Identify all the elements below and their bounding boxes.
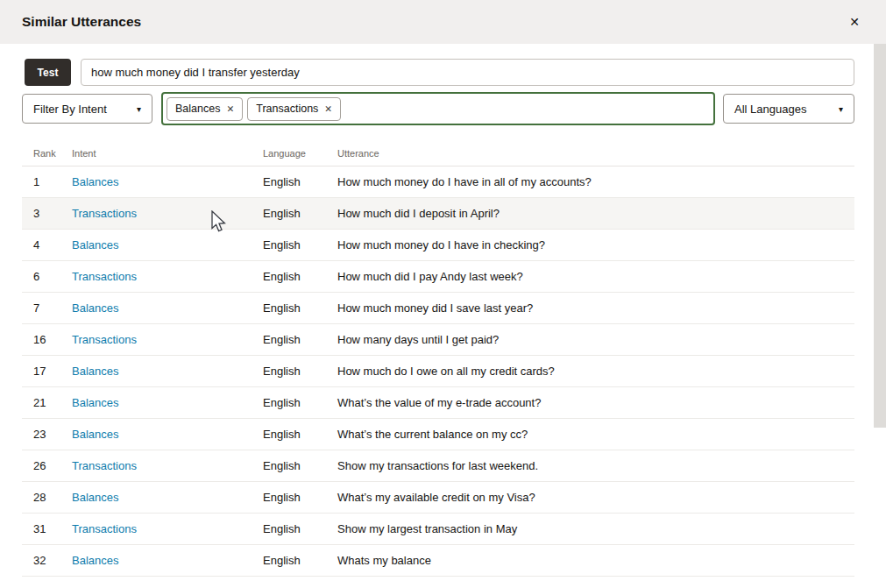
table-row[interactable]: 3TransactionsEnglishHow much did I depos… — [22, 198, 854, 230]
chevron-down-icon: ▾ — [839, 104, 843, 114]
language-cell: English — [263, 522, 337, 535]
column-header-rank: Rank — [22, 148, 72, 159]
intent-link[interactable]: Balances — [72, 396, 118, 409]
rank-cell: 28 — [22, 491, 72, 504]
utterance-cell: How much did I pay Andy last week? — [337, 270, 854, 283]
utterance-cell: How much money do I have in all of my ac… — [337, 175, 854, 188]
intent-link[interactable]: Balances — [72, 428, 118, 441]
utterance-cell: How much money did I save last year? — [337, 301, 854, 315]
language-cell: English — [263, 238, 337, 251]
intent-link[interactable]: Balances — [72, 365, 118, 378]
language-cell: English — [263, 491, 337, 504]
intent-link[interactable]: Transactions — [72, 522, 137, 535]
rank-cell: 1 — [22, 175, 72, 188]
rank-cell: 6 — [22, 270, 72, 283]
table-row[interactable]: 28BalancesEnglishWhat’s my available cre… — [22, 482, 854, 514]
intent-chip[interactable]: Balances✕ — [167, 97, 243, 121]
language-cell: English — [263, 396, 337, 409]
intent-filter-select[interactable]: Filter By Intent ▾ — [22, 94, 152, 124]
utterance-test-input[interactable] — [81, 59, 854, 86]
chip-remove-icon[interactable]: ✕ — [226, 103, 234, 114]
utterance-cell: How much do I owe on all my credit cards… — [337, 365, 854, 378]
table-row[interactable]: 1BalancesEnglishHow much money do I have… — [22, 166, 854, 198]
language-filter-label: All Languages — [734, 103, 806, 116]
language-filter-select[interactable]: All Languages ▾ — [723, 94, 854, 124]
rank-cell: 32 — [22, 554, 72, 567]
table-row[interactable]: 32BalancesEnglishWhats my balance — [22, 545, 854, 577]
rank-cell: 4 — [22, 238, 72, 251]
rank-cell: 3 — [22, 207, 72, 220]
rank-cell: 17 — [22, 365, 72, 378]
intent-chips-box[interactable]: Balances✕Transactions✕ — [161, 92, 715, 125]
column-header-utterance: Utterance — [337, 148, 854, 159]
intent-link[interactable]: Transactions — [72, 459, 137, 472]
intent-link[interactable]: Balances — [72, 301, 118, 315]
utterance-cell: How much money do I have in checking? — [337, 238, 854, 251]
intent-chip-label: Balances — [175, 103, 220, 115]
table-row[interactable]: 4BalancesEnglishHow much money do I have… — [22, 230, 854, 261]
test-button[interactable]: Test — [25, 59, 71, 86]
intent-chip[interactable]: Transactions✕ — [247, 97, 341, 121]
utterance-cell: What’s my available credit on my Visa? — [337, 491, 854, 504]
utterance-cell: Show my transactions for last weekend. — [337, 459, 854, 472]
rank-cell: 16 — [22, 333, 72, 346]
language-cell: English — [263, 333, 337, 346]
intent-filter-label: Filter By Intent — [33, 103, 107, 116]
dialog-header: Similar Utterances ✕ — [0, 0, 886, 44]
language-cell: English — [263, 270, 337, 283]
rank-cell: 26 — [22, 459, 72, 472]
language-cell: English — [263, 428, 337, 441]
table-row[interactable]: 26TransactionsEnglishShow my transaction… — [22, 450, 854, 482]
table-row[interactable]: 16TransactionsEnglishHow many days until… — [22, 324, 854, 356]
table-row[interactable]: 21BalancesEnglishWhat’s the value of my … — [22, 387, 854, 419]
vertical-scrollbar[interactable] — [874, 44, 886, 428]
column-header-language: Language — [263, 148, 337, 159]
language-cell: English — [263, 365, 337, 378]
utterance-cell: What’s the value of my e-trade account? — [337, 396, 854, 409]
close-icon: ✕ — [849, 15, 860, 29]
rank-cell: 7 — [22, 301, 72, 315]
utterance-cell: Whats my balance — [337, 554, 854, 567]
rank-cell: 23 — [22, 428, 72, 441]
utterance-cell: Show my largest transaction in May — [337, 522, 854, 535]
intent-link[interactable]: Transactions — [72, 333, 137, 346]
table-header-row: Rank Intent Language Utterance — [22, 140, 854, 166]
utterance-cell: How much did I deposit in April? — [337, 207, 854, 220]
utterance-table-body: 1BalancesEnglishHow much money do I have… — [22, 166, 854, 577]
utterance-cell: What’s the current balance on my cc? — [337, 428, 854, 441]
intent-link[interactable]: Transactions — [72, 270, 137, 283]
language-cell: English — [263, 175, 337, 188]
dialog-title: Similar Utterances — [22, 0, 141, 44]
table-row[interactable]: 17BalancesEnglishHow much do I owe on al… — [22, 356, 854, 387]
table-row[interactable]: 31TransactionsEnglishShow my largest tra… — [22, 514, 854, 545]
chip-remove-icon[interactable]: ✕ — [324, 103, 332, 114]
language-cell: English — [263, 459, 337, 472]
intent-link[interactable]: Balances — [72, 175, 118, 188]
intent-link[interactable]: Balances — [72, 554, 118, 567]
language-cell: English — [263, 301, 337, 315]
table-row[interactable]: 6TransactionsEnglishHow much did I pay A… — [22, 261, 854, 293]
language-cell: English — [263, 207, 337, 220]
column-header-intent: Intent — [72, 148, 263, 159]
utterance-cell: How many days until I get paid? — [337, 333, 854, 346]
table-row[interactable]: 7BalancesEnglishHow much money did I sav… — [22, 293, 854, 324]
similar-utterances-table: Rank Intent Language Utterance 1Balances… — [22, 140, 854, 577]
intent-link[interactable]: Balances — [72, 491, 118, 504]
rank-cell: 21 — [22, 396, 72, 409]
table-row[interactable]: 23BalancesEnglishWhat’s the current bala… — [22, 419, 854, 450]
close-button[interactable]: ✕ — [844, 11, 865, 32]
intent-link[interactable]: Balances — [72, 238, 118, 251]
rank-cell: 31 — [22, 522, 72, 535]
language-cell: English — [263, 554, 337, 567]
chevron-down-icon: ▾ — [137, 104, 141, 114]
intent-link[interactable]: Transactions — [72, 207, 137, 220]
intent-chip-label: Transactions — [256, 103, 318, 115]
